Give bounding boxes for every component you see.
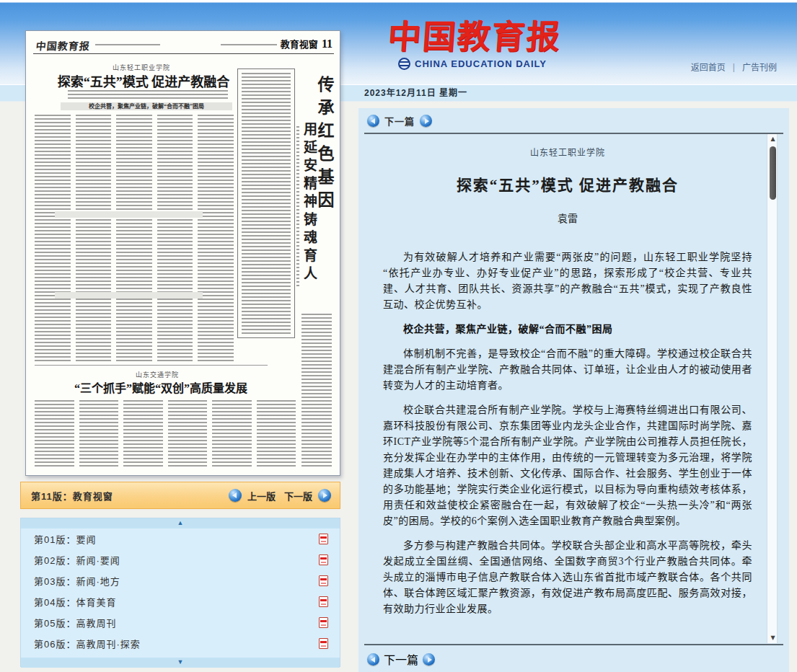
- edition-nav-bar: 第11版：教育视窗 上一版 下一版: [20, 482, 340, 509]
- article-top-nav: 下一篇: [367, 114, 432, 128]
- preview-article2-columns: [35, 400, 296, 468]
- pdf-icon[interactable]: [319, 575, 328, 586]
- preview-section-divider: [55, 292, 203, 299]
- article-bottom-rule: [364, 644, 783, 645]
- article-top-rule: [364, 133, 783, 134]
- prev-article-icon[interactable]: [367, 115, 379, 127]
- preview-article1-deck: [68, 90, 228, 100]
- preview-masthead-detail: [95, 44, 160, 48]
- preview-vertical-subtitle: [296, 126, 299, 288]
- edition-list-item[interactable]: 第02版：新闻·要闻: [21, 549, 340, 570]
- preview-rule: [33, 53, 334, 54]
- article-paragraph: 为有效破解人才培养和产业需要“两张皮”的问题，山东轻工职业学院坚持“依托产业办专…: [383, 249, 752, 313]
- next-article-icon[interactable]: [423, 653, 435, 666]
- preview-article1-section-bar: 校企共营，聚焦产业链，破解“合而不融”困局: [61, 102, 232, 110]
- preview-dateline: [221, 44, 277, 48]
- preview-article2-headline: “三个抓手”赋能“双创”高质量发展: [35, 379, 287, 396]
- next-edition-icon[interactable]: [318, 489, 331, 502]
- preview-vertical-headline-2: 用延安精神铸魂育人: [299, 122, 319, 284]
- edition-list-item[interactable]: 第03版：新闻·地方: [21, 570, 340, 591]
- article-panel: 下一篇 山东轻工职业学院 探索“五共”模式 促进产教融合 袁雷 为有效破解人才培…: [358, 108, 789, 672]
- preview-article-divider: [35, 365, 268, 366]
- pdf-icon[interactable]: [319, 554, 328, 565]
- pdf-icon[interactable]: [319, 638, 328, 649]
- newspaper-page-preview[interactable]: 中国教育报 教育视窗 11 山东轻工职业学院 探索“五共”模式 促进产教融合 校…: [25, 30, 340, 476]
- next-edition-button[interactable]: 下一版: [284, 489, 312, 503]
- pdf-icon[interactable]: [319, 596, 328, 607]
- scroll-down-icon[interactable]: ▼: [177, 658, 184, 666]
- prev-article-icon[interactable]: [367, 653, 379, 666]
- scrollbar-up-icon[interactable]: ▲: [767, 134, 778, 144]
- date-text: 2023年12月11日 星期一: [364, 85, 467, 102]
- article-paragraph: 体制机制不完善，是导致校企“合而不融”的重大障碍。学校通过校企联合共建混合所有制…: [383, 346, 752, 394]
- preview-page-section: 教育视窗: [281, 37, 318, 50]
- edition-list-item[interactable]: 第05版：高教周刊: [21, 612, 340, 633]
- edition-list-item[interactable]: 第04版：体育美育: [21, 591, 340, 612]
- home-link[interactable]: 返回首页: [691, 61, 726, 73]
- next-article-link-top[interactable]: 下一篇: [384, 114, 415, 128]
- edition-list-item[interactable]: 第06版：高教周刊·探索: [21, 633, 340, 654]
- article-author: 袁雷: [383, 211, 752, 225]
- scrollbar-down-icon[interactable]: ▼: [767, 633, 778, 643]
- pdf-icon[interactable]: [319, 617, 328, 628]
- link-separator: |: [733, 62, 735, 72]
- next-article-icon[interactable]: [420, 115, 432, 127]
- scroll-up-strip[interactable]: ▲: [21, 518, 340, 529]
- header-links: 返回首页 | 广告刊例: [691, 61, 777, 73]
- prev-edition-icon[interactable]: [229, 489, 242, 502]
- site-logo-english: CHINA EDUCATION DAILY: [415, 58, 547, 69]
- article-content: 山东轻工职业学院 探索“五共”模式 促进产教融合 袁雷 为有效破解人才培养和产业…: [383, 137, 752, 642]
- article-section-heading: 校企共营，聚焦产业链，破解“合而不融”困局: [383, 322, 752, 337]
- scroll-up-icon[interactable]: ▲: [177, 519, 184, 526]
- preview-boxed-column: [237, 68, 295, 338]
- preview-section-divider: [55, 211, 203, 218]
- edition-list-panel: ▲ 第01版：要闻 第02版：新闻·要闻 第03版：新闻·地方 第04版：体育美…: [20, 518, 340, 667]
- pdf-icon[interactable]: [319, 534, 328, 544]
- preview-article1-headline: 探索“五共”模式 促进产教融合: [32, 71, 255, 90]
- globe-icon: [398, 58, 410, 70]
- edition-list-item[interactable]: 第01版：要闻: [21, 529, 340, 549]
- site-logo: 中国教育报: [387, 10, 563, 58]
- scrollbar-thumb[interactable]: [770, 146, 776, 200]
- next-article-link-bottom[interactable]: 下一篇: [384, 650, 418, 668]
- article-bottom-nav: 下一篇: [367, 650, 435, 668]
- article-kicker: 山东轻工职业学院: [383, 146, 752, 159]
- ads-link[interactable]: 广告刊例: [742, 61, 777, 73]
- article-title: 探索“五共”模式 促进产教融合: [383, 173, 752, 195]
- preview-page-number: 11: [322, 37, 333, 50]
- preview-right-column-text: [301, 314, 332, 467]
- article-scrollbar[interactable]: ▲ ▼: [767, 134, 778, 643]
- preview-masthead: 中国教育报: [35, 38, 91, 53]
- article-paragraph: 多方参与构建产教融合共同体。学校联合头部企业和高水平高等院校，牵头发起成立全国丝…: [383, 538, 752, 617]
- preview-article1-columns: [35, 115, 234, 363]
- scroll-down-strip[interactable]: ▼: [21, 658, 340, 668]
- current-edition-label: 第11版：教育视窗: [31, 489, 113, 503]
- article-paragraph: 校企联合共建混合所有制产业学院。学校与上海赛特丝绸进出口有限公司、嘉环科技股份有…: [383, 402, 752, 529]
- edition-list: 第01版：要闻 第02版：新闻·要闻 第03版：新闻·地方 第04版：体育美育 …: [21, 529, 340, 658]
- prev-edition-button[interactable]: 上一版: [247, 489, 276, 503]
